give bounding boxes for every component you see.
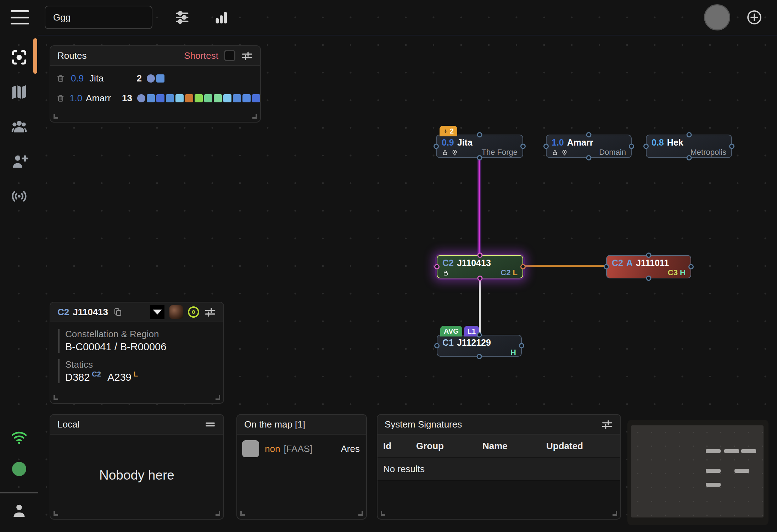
node-tag: A <box>626 257 633 268</box>
map-node-j111011[interactable]: C2AJ111011 C3 H <box>606 255 691 278</box>
map-node-j112129[interactable]: AVG L1 C1J112129 H <box>437 335 522 357</box>
avatar[interactable] <box>704 4 730 30</box>
route-mode-checkbox[interactable] <box>224 50 235 61</box>
route-jump-square <box>166 94 174 102</box>
node-handle[interactable] <box>729 144 734 149</box>
minimap-node <box>741 449 756 453</box>
node-handle[interactable] <box>434 264 440 270</box>
route-mode-label[interactable]: Shortest <box>184 50 218 61</box>
resize-handle[interactable] <box>381 511 385 516</box>
minimap[interactable] <box>627 420 768 525</box>
node-handle[interactable] <box>477 276 483 281</box>
lock-icon <box>552 149 558 156</box>
node-handle[interactable] <box>520 144 526 149</box>
node-handle[interactable] <box>629 144 634 149</box>
system-name: J112129 <box>457 337 491 348</box>
lock-icon <box>442 270 449 276</box>
filter-sliders-icon[interactable] <box>173 8 191 27</box>
node-handle[interactable] <box>543 144 549 149</box>
copy-icon[interactable] <box>113 307 122 317</box>
location-pin-icon <box>561 149 568 156</box>
sidebar-item-user[interactable] <box>9 501 29 521</box>
node-handle[interactable] <box>477 132 482 137</box>
node-handle[interactable] <box>646 276 652 281</box>
system-thumbnail[interactable] <box>169 305 183 319</box>
location-pin-icon <box>451 149 458 156</box>
edge-jita-j110413[interactable] <box>479 158 480 255</box>
resize-handle[interactable] <box>240 511 245 516</box>
resize-handle[interactable] <box>358 511 363 516</box>
menu-icon[interactable] <box>11 10 29 24</box>
node-handle[interactable] <box>434 343 440 349</box>
system-name: J111011 <box>636 257 669 268</box>
effect-ring-icon[interactable] <box>188 306 199 318</box>
node-handle[interactable] <box>688 264 694 270</box>
system-settings-icon[interactable] <box>204 306 216 318</box>
node-handle[interactable] <box>477 354 482 359</box>
system-info-panel: C2 J110413 C <box>50 302 224 404</box>
map-node-j110413-selected[interactable]: C2J110413 C2 L <box>437 255 523 278</box>
col-name[interactable]: Name <box>482 441 546 452</box>
node-handle[interactable] <box>643 144 649 149</box>
node-handle[interactable] <box>520 264 526 270</box>
route-jump-square <box>185 94 193 102</box>
edge-j110413-j111011[interactable] <box>524 265 606 267</box>
app-viewport: 2 0.9Jita The Forge 1.0Amarr Dom <box>0 0 777 532</box>
route-destination[interactable]: Jita <box>89 73 126 84</box>
active-indicator <box>33 38 37 74</box>
map-node-jita[interactable]: 2 0.9Jita The Forge <box>436 135 523 158</box>
minimap-node <box>706 469 721 473</box>
map-canvas[interactable]: 2 0.9Jita The Forge 1.0Amarr Dom <box>38 35 777 532</box>
sidebar-item-add-character[interactable] <box>9 152 29 171</box>
node-handle[interactable] <box>477 253 483 258</box>
trash-icon[interactable] <box>56 74 68 83</box>
sidebar-item-map[interactable] <box>9 82 29 102</box>
sidebar-item-focus[interactable] <box>9 47 29 67</box>
static-type: H <box>510 348 516 357</box>
node-handle[interactable] <box>434 144 439 149</box>
route-row[interactable]: 1.0 Amarr 13 <box>56 91 260 106</box>
node-handle[interactable] <box>686 155 692 160</box>
map-node-hek[interactable]: 0.8Hek Metropolis <box>646 135 732 158</box>
lines-icon[interactable] <box>204 418 216 430</box>
route-row[interactable]: 0.9 Jita 2 <box>56 71 260 86</box>
resize-handle[interactable] <box>216 395 220 400</box>
static-class: C2 <box>501 268 510 277</box>
resize-handle[interactable] <box>613 511 617 516</box>
route-jump-square <box>204 94 212 102</box>
node-handle[interactable] <box>477 332 482 338</box>
plus-circle-icon[interactable] <box>745 8 764 27</box>
col-id[interactable]: Id <box>383 441 416 452</box>
minimap-node <box>706 449 721 453</box>
routes-settings-icon[interactable] <box>241 50 253 62</box>
col-group[interactable]: Group <box>416 441 482 452</box>
col-updated[interactable]: Updated <box>546 441 620 452</box>
node-handle[interactable] <box>686 132 692 137</box>
node-handle[interactable] <box>646 253 652 258</box>
constellation-section: Constellation & Region B-C00041 / B-R000… <box>58 329 223 353</box>
avg-badge: AVG <box>440 326 462 336</box>
node-handle[interactable] <box>477 155 482 160</box>
resize-handle[interactable] <box>54 511 58 516</box>
route-security: 1.0 <box>69 93 86 104</box>
node-handle[interactable] <box>586 132 592 137</box>
resize-handle[interactable] <box>54 395 58 400</box>
sidebar-item-broadcast[interactable] <box>9 186 29 206</box>
node-handle[interactable] <box>586 155 592 160</box>
faction-icon[interactable] <box>150 305 164 319</box>
bar-chart-icon[interactable] <box>212 8 230 27</box>
map-name-input[interactable] <box>45 6 152 29</box>
pilot-row[interactable]: non [FAAS] Ares <box>242 440 360 457</box>
route-destination[interactable]: Amarr <box>86 93 118 104</box>
node-handle[interactable] <box>604 264 609 270</box>
security-status: 0.8 <box>652 137 664 148</box>
resize-handle[interactable] <box>252 114 257 119</box>
trash-icon[interactable] <box>56 94 67 103</box>
resize-handle[interactable] <box>54 114 58 119</box>
signatures-settings-icon[interactable] <box>601 418 613 430</box>
node-handle[interactable] <box>519 343 524 349</box>
static-type: L <box>513 268 518 277</box>
sidebar-item-characters[interactable] <box>9 117 29 137</box>
map-node-amarr[interactable]: 1.0Amarr Domain <box>546 135 632 158</box>
resize-handle[interactable] <box>216 511 220 516</box>
